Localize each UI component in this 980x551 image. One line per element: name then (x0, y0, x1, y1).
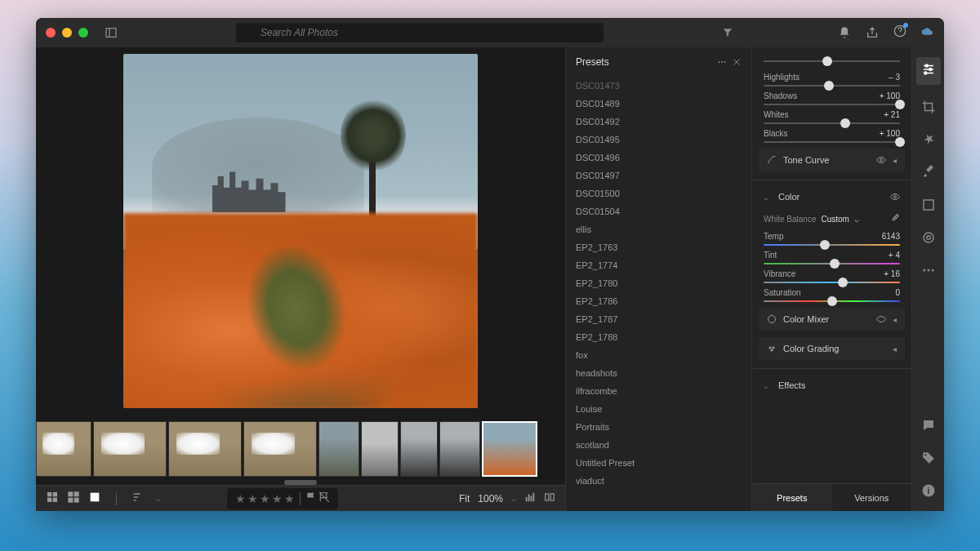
tab-presets[interactable]: Presets (752, 484, 832, 511)
preset-item[interactable]: Louise (576, 400, 742, 418)
more-icon[interactable] (921, 263, 936, 281)
preset-item[interactable]: EP2_1787 (576, 310, 742, 328)
presets-list[interactable]: DSC01473DSC01489DSC01492DSC01495DSC01496… (566, 77, 751, 511)
crop-icon[interactable] (921, 100, 936, 118)
grid-large-icon[interactable] (67, 491, 80, 507)
cloud-sync-icon[interactable] (921, 26, 934, 39)
preset-item[interactable]: DSC01496 (576, 149, 742, 167)
star-1[interactable]: ★ (235, 492, 246, 505)
preset-item[interactable]: DSC01492 (576, 113, 742, 131)
preset-item[interactable]: viaduct (576, 472, 742, 490)
thumbnail[interactable] (93, 421, 167, 477)
preset-item[interactable]: EP2_1763 (576, 238, 742, 256)
info-icon[interactable]: i (921, 483, 936, 501)
color-section-header[interactable]: ⌵ Color (752, 185, 911, 208)
thumbnail[interactable] (361, 421, 399, 477)
more-icon[interactable] (717, 57, 727, 67)
svg-point-42 (924, 233, 933, 242)
chevron-down-icon[interactable]: ⌵ (854, 215, 859, 224)
maximize-window[interactable] (78, 28, 88, 38)
tab-versions[interactable]: Versions (832, 484, 912, 511)
thumbnail[interactable] (318, 421, 359, 477)
eyedropper-icon[interactable] (889, 213, 900, 224)
zoom-value[interactable]: 100% (478, 493, 503, 504)
preset-item[interactable]: DSC01497 (576, 167, 742, 184)
preset-item[interactable]: EP2_1774 (576, 256, 742, 274)
bell-icon[interactable] (838, 26, 851, 39)
vibrance-slider[interactable] (838, 278, 848, 287)
effects-section-header[interactable]: ⌵ Effects (752, 374, 911, 397)
saturation-slider[interactable] (827, 296, 837, 306)
chevron-down-icon[interactable]: ⌵ (511, 494, 516, 503)
preview-area[interactable] (36, 47, 565, 420)
filmstrip[interactable] (36, 420, 565, 478)
chevron-down-icon[interactable]: ⌵ (156, 494, 161, 503)
eye-icon[interactable] (876, 155, 886, 165)
comment-icon[interactable] (921, 418, 936, 436)
preset-item[interactable]: DSC01504 (576, 202, 742, 220)
shadows-slider[interactable] (895, 100, 905, 109)
thumbnail[interactable] (243, 421, 317, 477)
thumbnail[interactable] (439, 421, 480, 477)
close-window[interactable] (46, 28, 56, 38)
search-input[interactable] (236, 23, 604, 42)
preset-item[interactable]: headshots (576, 364, 742, 382)
flag-reject-icon[interactable] (318, 491, 330, 506)
blacks-slider[interactable] (895, 137, 905, 147)
preset-item[interactable]: EP2_1788 (576, 328, 742, 346)
flag-pick-icon[interactable] (305, 491, 317, 506)
svg-rect-6 (53, 492, 57, 496)
thumbnail[interactable] (168, 421, 242, 477)
color-grading-section[interactable]: Color Grading ◂ (759, 337, 905, 360)
preset-item[interactable]: Untitled Preset (576, 454, 742, 472)
heal-icon[interactable] (921, 132, 936, 150)
radial-icon[interactable] (921, 230, 936, 248)
panels-icon[interactable] (105, 26, 118, 39)
fit-label[interactable]: Fit (459, 493, 470, 504)
preset-item[interactable]: ilfracombe (576, 382, 742, 400)
preset-item[interactable]: fox (576, 346, 742, 364)
temp-slider[interactable] (820, 240, 830, 250)
whites-slider[interactable] (840, 118, 850, 128)
thumbnail-selected[interactable] (482, 421, 537, 477)
preset-item[interactable]: EP2_1780 (576, 274, 742, 292)
eye-icon[interactable] (890, 192, 900, 202)
sort-icon[interactable] (131, 491, 145, 507)
color-mixer-section[interactable]: Color Mixer ◂ (759, 308, 905, 331)
single-view-icon[interactable] (88, 491, 101, 507)
contrast-slider[interactable] (822, 56, 832, 66)
filter-icon[interactable] (722, 27, 733, 38)
star-5[interactable]: ★ (284, 492, 295, 505)
preset-item[interactable]: scotland (576, 436, 742, 454)
preset-item[interactable]: ellis (576, 220, 742, 238)
star-2[interactable]: ★ (247, 492, 258, 505)
highlights-slider[interactable] (824, 81, 834, 91)
preset-item[interactable]: DSC01495 (576, 131, 742, 149)
eye-icon[interactable] (876, 314, 886, 324)
star-4[interactable]: ★ (272, 492, 283, 505)
thumbnail[interactable] (36, 421, 91, 477)
help-icon[interactable] (893, 24, 906, 38)
preset-item[interactable]: Portraits (576, 418, 742, 436)
photo-preview[interactable] (123, 54, 478, 408)
grid-small-icon[interactable] (46, 491, 59, 507)
wb-value[interactable]: Custom (821, 215, 849, 224)
star-3[interactable]: ★ (260, 492, 270, 505)
preset-item[interactable]: DSC01500 (576, 184, 742, 202)
tint-slider[interactable] (830, 259, 840, 269)
close-icon[interactable] (732, 57, 742, 67)
preset-item[interactable]: EP2_1786 (576, 292, 742, 310)
preset-item[interactable]: DSC01489 (576, 95, 742, 113)
share-icon[interactable] (866, 26, 879, 39)
tag-icon[interactable] (921, 451, 936, 469)
histogram-icon[interactable] (524, 491, 536, 505)
brush-icon[interactable] (921, 165, 936, 183)
edit-sliders-icon[interactable] (916, 57, 941, 85)
minimize-window[interactable] (62, 28, 72, 38)
thumbnail[interactable] (400, 421, 438, 477)
tone-curve-section[interactable]: Tone Curve ◂ (759, 149, 905, 171)
tool-rail: i (911, 47, 944, 511)
preset-item[interactable]: DSC01473 (576, 77, 742, 95)
gradient-icon[interactable] (921, 198, 936, 216)
compare-icon[interactable] (544, 491, 555, 505)
